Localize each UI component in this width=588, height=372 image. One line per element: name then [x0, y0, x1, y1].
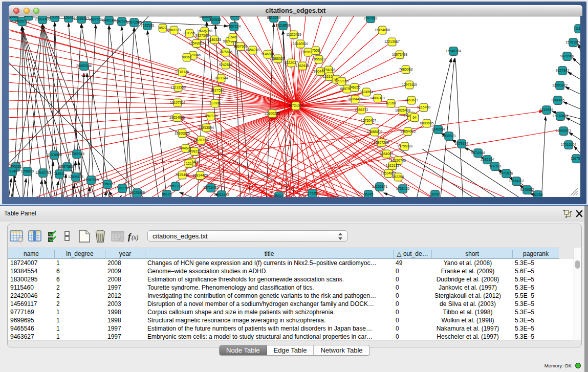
svg-text:10807487: 10807487 [370, 96, 385, 100]
svg-text:2935114: 2935114 [481, 158, 494, 161]
svg-text:16782759: 16782759 [115, 186, 130, 190]
svg-text:12923448: 12923448 [214, 193, 229, 196]
svg-text:9146821: 9146821 [261, 52, 275, 56]
svg-text:2867608: 2867608 [234, 45, 248, 48]
svg-text:19218506: 19218506 [275, 24, 291, 27]
svg-text:20053346: 20053346 [76, 64, 92, 68]
svg-text:121: 121 [186, 162, 192, 165]
svg-text:8498222: 8498222 [188, 149, 202, 153]
svg-text:12093822: 12093822 [552, 83, 568, 87]
svg-text:12975115: 12975115 [402, 83, 417, 86]
svg-text:3267130: 3267130 [204, 114, 218, 118]
svg-text:10688609: 10688609 [367, 130, 382, 134]
svg-text:17957225: 17957225 [83, 178, 99, 182]
svg-text:19654923: 19654923 [400, 129, 416, 133]
svg-text:8454749: 8454749 [246, 48, 260, 52]
svg-text:10025438: 10025438 [395, 108, 410, 112]
svg-text:9474444: 9474444 [471, 151, 485, 155]
svg-text:9463627: 9463627 [405, 98, 419, 102]
svg-text:20206525: 20206525 [47, 153, 62, 157]
svg-text:160538: 160538 [210, 18, 222, 21]
svg-text:19356: 19356 [50, 16, 60, 19]
svg-text:1156819: 1156819 [20, 169, 34, 173]
svg-text:6794028: 6794028 [322, 68, 336, 72]
svg-text:2009: 2009 [25, 16, 32, 17]
svg-text:17359924: 17359924 [69, 152, 84, 156]
svg-text:8634: 8634 [275, 194, 282, 197]
svg-text:1733426: 1733426 [396, 187, 410, 190]
svg-text:7515526: 7515526 [141, 24, 155, 27]
svg-text:1640954: 1640954 [431, 127, 445, 131]
svg-text:116753: 116753 [571, 157, 580, 160]
svg-text:16914479: 16914479 [192, 173, 208, 177]
svg-text:20364436: 20364436 [347, 97, 363, 101]
svg-text:19975867: 19975867 [59, 165, 75, 168]
svg-text:117006: 117006 [209, 101, 221, 105]
svg-text:2065: 2065 [10, 16, 17, 18]
svg-text:64: 64 [412, 116, 417, 119]
svg-text:2803144: 2803144 [214, 76, 228, 80]
svg-text:16648784: 16648784 [446, 49, 461, 53]
svg-text:92456: 92456 [533, 193, 543, 196]
svg-text:17016504: 17016504 [561, 143, 576, 146]
svg-text:14136141: 14136141 [372, 185, 387, 188]
svg-text:9329966: 9329966 [560, 54, 574, 58]
svg-text:1546: 1546 [229, 35, 236, 39]
svg-text:16640910: 16640910 [293, 42, 308, 46]
svg-text:12023448: 12023448 [129, 191, 145, 194]
svg-text:6379197: 6379197 [455, 142, 469, 145]
svg-text:8427552: 8427552 [211, 89, 225, 92]
svg-text:8215955: 8215955 [540, 108, 554, 112]
svg-text:1588520: 1588520 [271, 57, 285, 60]
svg-text:20091406: 20091406 [35, 17, 50, 21]
svg-text:17335: 17335 [308, 191, 317, 195]
svg-text:9084067: 9084067 [380, 152, 394, 156]
svg-text:9227342: 9227342 [556, 69, 570, 72]
svg-text:9857791: 9857791 [169, 184, 183, 188]
svg-text:252254: 252254 [393, 175, 404, 179]
svg-text:9242848: 9242848 [219, 63, 233, 67]
svg-text:1615132: 1615132 [386, 164, 400, 167]
svg-text:16154808: 16154808 [375, 28, 390, 32]
svg-text:10646: 10646 [64, 16, 74, 19]
svg-text:19958137: 19958137 [100, 182, 115, 186]
svg-text:19654985: 19654985 [169, 116, 185, 119]
svg-text:6899695: 6899695 [420, 121, 434, 125]
svg-text:10654112: 10654112 [509, 179, 524, 183]
svg-text:8471676: 8471676 [499, 171, 513, 175]
svg-text:10655267: 10655267 [74, 17, 89, 20]
svg-text:7625402: 7625402 [176, 173, 189, 177]
svg-text:8813054: 8813054 [267, 16, 281, 19]
svg-text:96107: 96107 [162, 192, 172, 196]
svg-text:2087682: 2087682 [364, 16, 378, 20]
svg-text:19756928: 19756928 [397, 144, 412, 148]
svg-text:15692971: 15692971 [556, 129, 571, 133]
svg-text:8186328: 8186328 [208, 38, 222, 41]
svg-text:16210643: 16210643 [553, 114, 568, 118]
svg-text:891295: 891295 [184, 31, 195, 35]
svg-text:12213359: 12213359 [170, 85, 186, 89]
svg-text:7558: 7558 [312, 49, 319, 52]
svg-text:15807249: 15807249 [374, 141, 389, 144]
svg-text:25300235: 25300235 [265, 112, 280, 115]
svg-text:96245: 96245 [364, 192, 374, 196]
svg-text:746266: 746266 [349, 85, 361, 89]
svg-text:1112: 1112 [575, 27, 580, 30]
svg-text:7557224: 7557224 [227, 25, 241, 28]
svg-text:3875685: 3875685 [219, 50, 233, 54]
svg-text:8938923: 8938923 [442, 134, 456, 138]
svg-text:39149: 39149 [9, 169, 17, 173]
svg-text:9327505: 9327505 [195, 34, 209, 37]
svg-text:11353594: 11353594 [199, 126, 214, 129]
svg-text:3624554: 3624554 [360, 90, 374, 94]
svg-text:98961: 98961 [182, 55, 192, 59]
svg-text:2718126: 2718126 [176, 70, 189, 74]
svg-text:7955812: 7955812 [312, 57, 326, 61]
svg-text:1362615: 1362615 [296, 64, 310, 68]
svg-text:1244415: 1244415 [551, 98, 565, 102]
svg-text:8522: 8522 [159, 26, 166, 30]
svg-text:11325419: 11325419 [286, 33, 301, 36]
svg-text:8860123: 8860123 [167, 28, 181, 32]
svg-text:12505135: 12505135 [68, 175, 83, 179]
svg-text:114511: 114511 [54, 172, 65, 176]
